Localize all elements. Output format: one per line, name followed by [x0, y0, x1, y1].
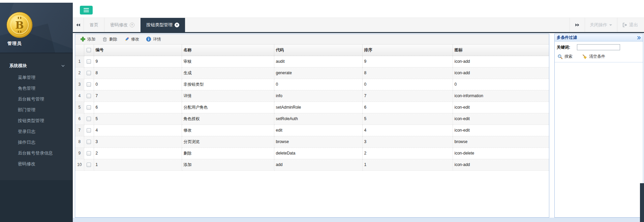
- sidebar-item-menu-management[interactable]: 菜单管理: [0, 72, 73, 83]
- cell-code: setRoleAuth: [274, 113, 362, 124]
- row-number: 6: [75, 113, 84, 124]
- table-row[interactable]: 5 6 分配用户角色 setAdminRole 6 icon-edit: [75, 102, 549, 113]
- sidebar-item-department-management[interactable]: 部门管理: [0, 105, 73, 115]
- row-checkbox[interactable]: [87, 163, 91, 167]
- topbar: [73, 3, 644, 18]
- caret-down-icon: [609, 23, 612, 27]
- cell-icon: icon-edit: [453, 113, 549, 124]
- sidebar-item-operation-log[interactable]: 操作日志: [0, 137, 73, 148]
- cell-code: deleteData: [274, 147, 362, 159]
- cell-name: 角色授权: [182, 113, 274, 124]
- info-icon: [146, 36, 151, 42]
- datagrid-panel: 添加 删除 修改 详情 编号: [75, 34, 549, 218]
- table-row[interactable]: 9 2 删除 deleteData 2 icon-delete: [75, 147, 549, 159]
- cell-code: 0: [274, 79, 362, 90]
- column-header-sort[interactable]: 排序: [362, 45, 453, 56]
- table-row[interactable]: 8 3 分页浏览 browse 3 browse: [75, 136, 549, 147]
- cell-sort: 8: [362, 67, 453, 79]
- delete-button[interactable]: 删除: [100, 35, 120, 43]
- cell-id: 3: [94, 136, 182, 147]
- sidebar-item-password-change[interactable]: 密码修改: [0, 159, 73, 169]
- pencil-icon: [124, 36, 129, 42]
- close-operations-label: 关闭操作: [590, 22, 607, 28]
- double-left-icon: [75, 22, 81, 28]
- sidebar-section-system-module[interactable]: 系统模块: [0, 62, 73, 70]
- delete-button-label: 删除: [109, 36, 117, 42]
- table-row[interactable]: 2 8 生成 generate 8 icon-add: [75, 67, 549, 79]
- row-checkbox[interactable]: [87, 105, 91, 110]
- add-button[interactable]: 添加: [78, 35, 98, 43]
- tab-bar-actions: 关闭操作 退出: [570, 18, 643, 32]
- close-operations-dropdown[interactable]: 关闭操作: [585, 18, 617, 32]
- sidebar-item-role-management[interactable]: 角色管理: [0, 83, 73, 94]
- logout-icon: [622, 22, 627, 28]
- scrollbar-thumb[interactable]: [640, 183, 644, 222]
- row-checkbox[interactable]: [87, 59, 91, 64]
- table-row[interactable]: 3 0 非按钮类型 0 0 0: [75, 79, 549, 90]
- search-button-label: 搜索: [564, 54, 573, 59]
- cell-name: 修改: [182, 124, 274, 136]
- workspace: 添加 删除 修改 详情 编号: [73, 33, 644, 222]
- cell-sort: 4: [362, 124, 453, 136]
- table-row[interactable]: 6 5 角色授权 setRoleAuth 5 icon-edit: [75, 113, 549, 124]
- hamburger-icon: [84, 8, 89, 9]
- table-row[interactable]: 1 9 审核 audit 9 icon-add: [75, 56, 549, 67]
- close-icon[interactable]: [130, 23, 134, 27]
- cell-name: 分配用户角色: [182, 102, 274, 113]
- sidebar-item-login-log[interactable]: 登录日志: [0, 126, 73, 137]
- row-checkbox[interactable]: [87, 82, 91, 87]
- edit-button-label: 修改: [131, 36, 139, 42]
- close-icon[interactable]: [175, 23, 179, 27]
- tab-label: 密码修改: [110, 22, 128, 28]
- sidebar-item-label: 操作日志: [18, 140, 35, 145]
- sidebar-section-label: 系统模块: [9, 63, 27, 69]
- tab-password-change[interactable]: 密码修改: [104, 18, 141, 32]
- column-header-code[interactable]: 代码: [274, 45, 362, 56]
- detail-button[interactable]: 详情: [144, 35, 163, 43]
- table-row[interactable]: 7 4 修改 edit 4 icon-edit: [75, 124, 549, 136]
- sidebar-item-admin-login-info[interactable]: 后台账号登录信息: [0, 148, 73, 159]
- cell-id: 7: [94, 90, 182, 102]
- logout-button[interactable]: 退出: [617, 18, 643, 32]
- row-checkbox[interactable]: [87, 128, 91, 133]
- sidebar-item-label: 后台账号登录信息: [18, 150, 53, 156]
- row-checkbox[interactable]: [87, 71, 91, 75]
- select-all-checkbox-cell: [84, 45, 94, 56]
- search-button[interactable]: 搜索: [557, 54, 573, 59]
- column-header-name[interactable]: 名称: [182, 45, 274, 56]
- bitcoin-logo-icon: B: [6, 11, 33, 38]
- select-all-checkbox[interactable]: [87, 48, 91, 52]
- tab-button-type-management[interactable]: 按钮类型管理: [141, 18, 185, 32]
- row-checkbox[interactable]: [87, 117, 91, 121]
- clear-conditions-label: 清空条件: [589, 54, 605, 59]
- tab-scroll-right-button[interactable]: [570, 18, 585, 32]
- column-header-icon[interactable]: 图标: [453, 45, 549, 56]
- sidebar-item-label: 密码修改: [18, 161, 35, 166]
- row-checkbox[interactable]: [87, 151, 91, 156]
- table-row[interactable]: 4 7 详情 info 7 icon-information: [75, 90, 549, 102]
- sidebar-item-admin-account-management[interactable]: 后台账号管理: [0, 94, 73, 105]
- row-number: 8: [75, 136, 84, 147]
- sidebar-item-label: 角色管理: [18, 86, 35, 91]
- collapse-panel-icon[interactable]: [637, 35, 641, 40]
- table-row[interactable]: 10 1 添加 add 1 icon-add: [75, 159, 549, 170]
- clear-conditions-button[interactable]: 清空条件: [582, 54, 605, 59]
- cell-sort: 2: [362, 147, 453, 159]
- menu-toggle-button[interactable]: [80, 6, 93, 15]
- sidebar-item-button-type-management[interactable]: 按钮类型管理: [0, 115, 73, 126]
- keyword-input[interactable]: [577, 44, 620, 50]
- sidebar-footer: [0, 180, 73, 222]
- cell-sort: 7: [362, 90, 453, 102]
- tab-home[interactable]: 首页: [84, 18, 104, 32]
- cell-id: 8: [94, 67, 182, 79]
- edit-button[interactable]: 修改: [122, 35, 142, 43]
- row-checkbox[interactable]: [87, 140, 91, 144]
- cell-icon: 0: [453, 79, 549, 90]
- search-icon: [557, 54, 563, 59]
- cell-id: 9: [94, 56, 182, 67]
- row-checkbox[interactable]: [87, 94, 91, 98]
- column-header-id[interactable]: 编号: [94, 45, 182, 56]
- tab-scroll-left-button[interactable]: [73, 18, 84, 32]
- cell-icon: icon-add: [453, 159, 549, 170]
- chevron-down-icon: [61, 63, 65, 68]
